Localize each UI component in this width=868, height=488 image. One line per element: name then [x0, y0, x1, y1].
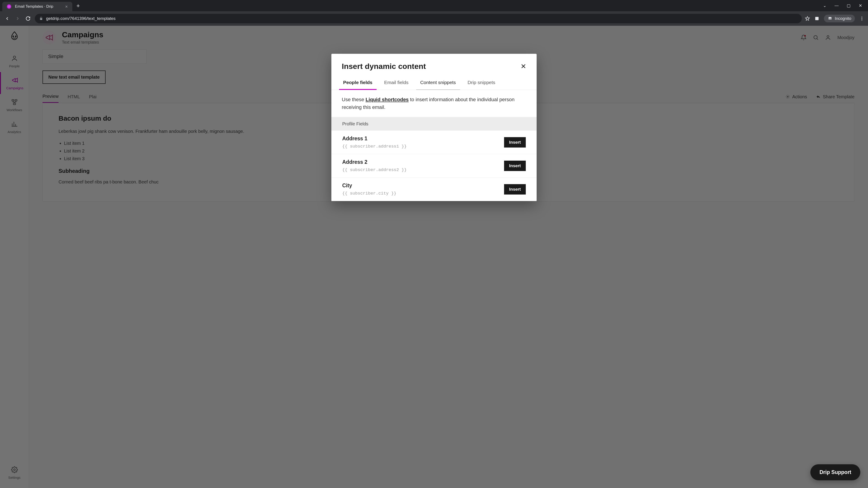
svg-point-1	[829, 18, 830, 20]
svg-rect-0	[815, 17, 819, 20]
field-code: {{ subscriber.address1 }}	[342, 144, 407, 149]
modal-description: Use these Liquid shortcodes to insert in…	[331, 90, 537, 117]
field-row-address1: Address 1 {{ subscriber.address1 }} Inse…	[331, 131, 537, 154]
insert-dynamic-content-modal: Insert dynamic content ✕ People fields E…	[331, 54, 537, 201]
section-header: Profile Fields	[331, 117, 537, 131]
url-field[interactable]: getdrip.com/7641396/text_templates	[35, 14, 802, 23]
tab-bar: Email Templates · Drip × + ⌄ ― ▢ ✕	[0, 0, 868, 11]
field-name: City	[342, 183, 396, 189]
menu-icon[interactable]	[860, 16, 864, 21]
modal-tab-content-snippets[interactable]: Content snippets	[419, 75, 457, 90]
tab-title: Email Templates · Drip	[15, 4, 61, 9]
drip-support-button[interactable]: Drip Support	[810, 464, 860, 480]
minimize-icon[interactable]: ―	[835, 3, 839, 8]
modal-tab-email-fields[interactable]: Email fields	[383, 75, 410, 90]
browser-tab[interactable]: Email Templates · Drip ×	[2, 2, 72, 11]
tabs-dropdown-icon[interactable]: ⌄	[823, 3, 827, 8]
field-row-address2: Address 2 {{ subscriber.address2 }} Inse…	[331, 154, 537, 177]
extensions-icon[interactable]	[814, 16, 819, 21]
address-bar: getdrip.com/7641396/text_templates Incog…	[0, 11, 868, 26]
insert-button[interactable]: Insert	[504, 184, 526, 195]
liquid-shortcodes-link[interactable]: Liquid shortcodes	[366, 97, 409, 102]
lock-icon	[39, 17, 43, 20]
new-tab-button[interactable]: +	[76, 2, 80, 9]
close-tab-icon[interactable]: ×	[65, 4, 68, 9]
modal-tab-people-fields[interactable]: People fields	[342, 75, 374, 90]
insert-button[interactable]: Insert	[504, 161, 526, 171]
fields-list[interactable]: Profile Fields Address 1 {{ subscriber.a…	[331, 117, 537, 201]
maximize-icon[interactable]: ▢	[847, 3, 850, 8]
svg-point-5	[862, 20, 862, 21]
modal-tab-drip-snippets[interactable]: Drip snippets	[466, 75, 497, 90]
drip-favicon	[7, 4, 11, 9]
field-code: {{ subscriber.city }}	[342, 191, 396, 196]
modal-title: Insert dynamic content	[342, 62, 426, 71]
svg-point-4	[862, 18, 862, 19]
field-name: Address 1	[342, 135, 407, 142]
field-row-city: City {{ subscriber.city }} Insert	[331, 177, 537, 201]
close-window-icon[interactable]: ✕	[859, 3, 862, 8]
field-code: {{ subscriber.address2 }}	[342, 167, 407, 172]
field-name: Address 2	[342, 159, 407, 165]
modal-tabs: People fields Email fields Content snipp…	[331, 75, 537, 90]
svg-point-2	[830, 18, 832, 20]
forward-button[interactable]	[14, 15, 21, 22]
url-text: getdrip.com/7641396/text_templates	[46, 16, 116, 21]
reload-button[interactable]	[24, 15, 32, 22]
back-button[interactable]	[4, 15, 11, 22]
bookmark-icon[interactable]	[805, 16, 810, 21]
close-modal-button[interactable]: ✕	[521, 62, 526, 70]
incognito-indicator[interactable]: Incognito	[824, 15, 855, 22]
svg-point-3	[862, 17, 862, 18]
insert-button[interactable]: Insert	[504, 137, 526, 148]
